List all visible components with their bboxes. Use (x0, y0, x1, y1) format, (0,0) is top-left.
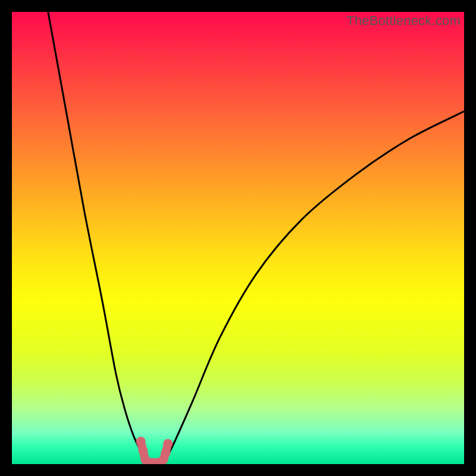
trough-marker-dots (136, 437, 173, 464)
plot-area: TheBottleneck.com (12, 12, 464, 464)
trough-marker-dot (161, 448, 170, 458)
chart-svg (12, 12, 464, 464)
trough-marker-dot (163, 439, 173, 449)
curve-right-branch (165, 111, 464, 459)
curve-left-branch (48, 12, 145, 459)
trough-marker-dot (136, 437, 146, 446)
trough-marker-dot (138, 446, 148, 455)
chart-frame: TheBottleneck.com (0, 0, 476, 476)
